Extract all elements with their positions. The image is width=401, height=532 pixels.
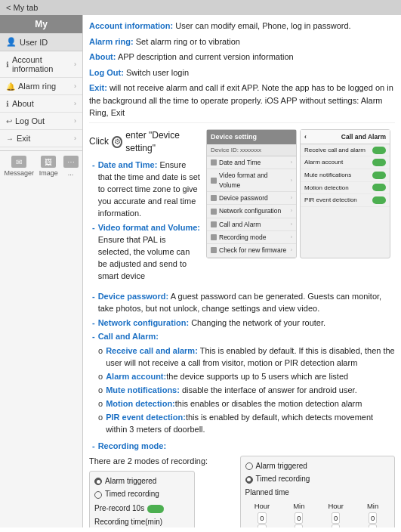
toggle-pir[interactable] <box>372 196 386 204</box>
alarm-icon: 🔔 <box>6 82 15 91</box>
prerecord-row: Pre-record 10s <box>94 503 190 515</box>
datetime-icon <box>211 159 217 165</box>
sub-mute-text: disable the interface of answer for andr… <box>180 385 357 394</box>
panel-item-recording[interactable]: Recording mode › <box>207 231 296 244</box>
panel-device-id: Device ID: xxxxxxx <box>207 144 296 157</box>
bullet-video-format: - Video format and Volume: Ensure that P… <box>89 222 200 283</box>
info-account-label: Account information: <box>89 21 173 30</box>
info-logout-label: Log Out: <box>89 68 124 77</box>
planned-h1-2[interactable]: 1 <box>258 524 266 527</box>
device-panel-right: ‹ Call and Alarm Receive call and alarm … <box>300 129 390 258</box>
click-text: Click <box>89 135 109 148</box>
info-account-text: User can modify email, Phone, log in pas… <box>175 21 350 30</box>
top-bar-title: < My tab <box>6 3 39 12</box>
recording-intro: There are 2 modes of recording: <box>89 456 234 468</box>
rec-time-label: Recording time(min) <box>94 517 190 527</box>
info-exit-text: will not receive alarm and call if exit … <box>89 83 393 117</box>
user-icon: 👤 <box>6 37 17 47</box>
info-alarm-label: Alarm ring: <box>89 37 134 46</box>
planned-m1-2[interactable]: 1 <box>295 524 303 527</box>
planned-m2-1[interactable]: 0 <box>369 512 377 524</box>
panel-right-item-account: Alarm account <box>301 156 390 169</box>
sidebar-more-icon[interactable]: ⋯ ... <box>63 156 79 177</box>
content-area: My 👤 User ID ℹ Account information › 🔔 A… <box>0 15 401 527</box>
radio-timed-label: Timed recording <box>105 489 159 500</box>
toggle-receive[interactable] <box>372 147 386 154</box>
toggle-prerecord[interactable] <box>147 505 164 513</box>
chevron-right-icon: › <box>291 177 292 184</box>
panel-item-network[interactable]: Network configuration › <box>207 205 296 218</box>
radio-alarm-right[interactable]: Alarm triggered <box>245 461 390 472</box>
panel-left-header: Device setting <box>207 130 296 144</box>
radio-alarm-triggered[interactable]: Alarm triggered <box>94 476 190 487</box>
chevron-right-icon: › <box>74 100 76 107</box>
planned-m1-1[interactable]: 0 <box>295 512 303 524</box>
panel-right-header-text: Call and Alarm <box>341 132 386 141</box>
hour-label-2: Hour <box>319 501 353 512</box>
sub-motion-text: this enables or disables the motion dete… <box>175 399 362 408</box>
planned-data-row-1: 0 0 0 0 <box>245 513 390 524</box>
recording-mode-label: Recording mode: <box>98 441 166 450</box>
sidebar-image-icon[interactable]: 🖼 Image <box>39 156 58 177</box>
toggle-motion[interactable] <box>372 184 386 191</box>
sidebar-item-about[interactable]: ℹ About › <box>0 95 82 113</box>
sidebar-item-account[interactable]: ℹ Account information › <box>0 51 82 78</box>
sidebar-item-exit-label: Exit <box>17 134 30 143</box>
radio-timed-recording[interactable]: Timed recording <box>94 489 190 500</box>
toggle-account[interactable] <box>372 159 386 166</box>
recording-panels: There are 2 modes of recording: Alarm tr… <box>89 456 395 527</box>
planned-header-row: Hour Min Hour Min <box>245 501 390 512</box>
sub-bullet-mute: o Mute notifications: disable the interf… <box>98 385 395 397</box>
sidebar-item-exit[interactable]: → Exit › <box>0 130 82 147</box>
rec-left-section: There are 2 modes of recording: Alarm tr… <box>89 456 234 527</box>
bullet-recording: - Recording mode: <box>89 441 395 453</box>
min-label-2: Min <box>356 501 390 512</box>
sidebar-messager-icon[interactable]: ✉ Messager <box>4 156 34 177</box>
toggle-mute[interactable] <box>372 172 386 179</box>
bullet-device-password: - Device password: A guest password can … <box>89 291 395 315</box>
bullet-call-alarm: - Call and Alarm: <box>89 331 395 343</box>
panel-item-datetime[interactable]: Date and Time › <box>207 156 296 169</box>
radio-alarm-on[interactable] <box>94 478 102 485</box>
sidebar-item-logout[interactable]: ↩ Log Out › <box>0 113 82 130</box>
chevron-right-icon: › <box>291 221 292 228</box>
info-exit: Exit: will not receive alarm and call if… <box>89 82 395 119</box>
hour-label-1: Hour <box>245 501 279 512</box>
panel-item-password[interactable]: Device password › <box>207 192 296 205</box>
panel-item-call[interactable]: Call and Alarm › <box>207 218 296 231</box>
radio-timed-right-label: Timed recording <box>256 474 310 485</box>
info-alarm: Alarm ring: Set alarm ring or to vibrati… <box>89 36 395 48</box>
planned-data-row-2: 1 1 1 1 <box>245 525 390 527</box>
chevron-right-icon: › <box>291 194 292 202</box>
radio-timed-right-on[interactable] <box>245 476 253 484</box>
panel-right-item-mute: Mute notifications <box>301 169 390 182</box>
sidebar-item-alarm[interactable]: 🔔 Alarm ring › <box>0 78 82 95</box>
sidebar-user-id: 👤 User ID <box>0 33 82 51</box>
chevron-right-icon: › <box>74 60 76 68</box>
planned-m2-2[interactable]: 1 <box>369 524 377 527</box>
info-alarm-text: Set alarm ring or to vibration <box>136 37 240 46</box>
planned-h2-2[interactable]: 1 <box>332 524 340 527</box>
panel-item-video[interactable]: Video format and Volume › <box>207 169 296 192</box>
planned-h2-1[interactable]: 0 <box>332 512 340 524</box>
chevron-right-icon: › <box>291 207 292 215</box>
planned-h1-1[interactable]: 0 <box>258 512 266 524</box>
radio-timed-right[interactable]: Timed recording <box>245 474 390 485</box>
video-icon <box>211 178 217 184</box>
info-logout-text: Switch user login <box>126 68 189 77</box>
panel-right-item-pir: PIR event detection <box>301 194 390 207</box>
radio-alarm-right-off[interactable] <box>245 462 253 470</box>
device-panels: Device setting Device ID: xxxxxxx Date a… <box>206 129 395 258</box>
rec-panel-left: Alarm triggered Timed recording Pre-reco… <box>89 471 195 527</box>
panel-left-header-text: Device setting <box>211 132 257 142</box>
radio-timed-off[interactable] <box>94 491 102 499</box>
bullet-call-alarm-label: Call and Alarm: <box>98 332 159 341</box>
sidebar-bottom: ✉ Messager 🖼 Image ⋯ ... <box>0 150 82 181</box>
sidebar-my-tab[interactable]: My <box>0 15 82 33</box>
device-setting-section: Click ⚙ enter "Device setting" - Date an… <box>89 129 395 285</box>
chevron-right-icon: › <box>291 159 292 166</box>
panel-item-firmware[interactable]: Check for new firmware › <box>207 244 296 257</box>
prerecord-label: Pre-record 10s <box>94 503 144 515</box>
device-setting-left: Click ⚙ enter "Device setting" - Date an… <box>89 129 200 285</box>
account-icon: ℹ <box>6 60 9 69</box>
